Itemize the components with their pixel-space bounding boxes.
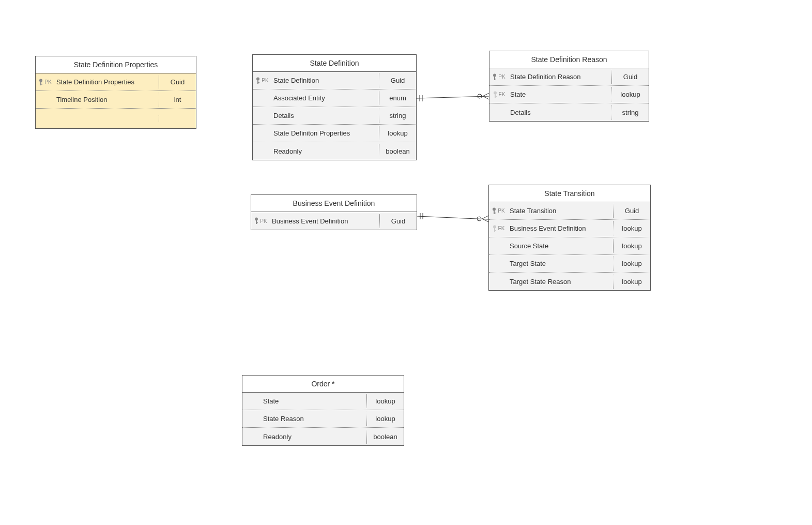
field-name: Readonly — [261, 430, 366, 444]
table-row: Details string — [253, 107, 416, 125]
svg-point-0 — [39, 79, 42, 82]
field-name: Timeline Position — [54, 93, 159, 107]
svg-line-27 — [417, 216, 488, 219]
svg-point-30 — [477, 217, 481, 221]
key-label: PK — [498, 74, 505, 80]
entity-title: State Definition Reason — [489, 51, 649, 68]
field-name: Business Event Definition — [270, 214, 379, 228]
field-name: Source State — [508, 239, 613, 253]
key-label: PK — [262, 78, 268, 83]
table-row: PK State Definition Reason Guid — [489, 68, 649, 86]
entity-body: PK State Definition Properties Guid Time… — [36, 73, 196, 128]
key-icon — [38, 79, 43, 86]
table-row: PK State Transition Guid — [489, 202, 650, 220]
table-row: State Definiton Properties lookup — [253, 125, 416, 142]
svg-line-32 — [482, 219, 488, 222]
field-name: State Definition — [271, 73, 379, 87]
field-type: Guid — [379, 214, 417, 228]
key-icon — [492, 207, 497, 215]
table-row: Source State lookup — [489, 237, 650, 255]
table-row: State Reason lookup — [242, 410, 404, 428]
field-name: Target State Reason — [508, 275, 613, 289]
field-type: enum — [379, 91, 416, 105]
field-name: State Definition Properties — [54, 75, 159, 89]
table-row: FK Business Event Definition lookup — [489, 220, 650, 237]
svg-rect-17 — [494, 213, 496, 214]
key-indicator: PK — [36, 79, 54, 86]
entity-body: PK State Definition Guid Associated Enti… — [253, 72, 416, 160]
svg-line-31 — [482, 216, 488, 219]
relationship-line — [417, 211, 488, 223]
key-icon — [493, 91, 498, 98]
field-name: Details — [271, 109, 379, 123]
entity-body: PK Business Event Definition Guid — [251, 212, 417, 230]
svg-point-12 — [255, 218, 258, 221]
entity-title: State Transition — [489, 185, 650, 202]
key-indicator: FK — [489, 225, 508, 232]
key-icon — [255, 77, 261, 84]
svg-rect-20 — [494, 230, 496, 231]
field-type: lookup — [611, 87, 649, 101]
key-label: PK — [260, 218, 267, 224]
svg-rect-19 — [494, 228, 495, 232]
svg-rect-10 — [495, 94, 496, 98]
table-row: FK State lookup — [489, 86, 649, 103]
field-type: lookup — [379, 126, 416, 140]
entity-body: PK State Transition Guid FK Business Eve… — [489, 202, 650, 290]
svg-rect-14 — [256, 222, 258, 223]
field-type: boolean — [379, 144, 416, 158]
entity-state-def: State Definition PK State Definition Gui… — [252, 54, 417, 160]
field-name: State Definition Reason — [508, 70, 611, 84]
key-icon — [254, 217, 259, 224]
field-name: Target State — [508, 257, 613, 271]
svg-point-18 — [493, 225, 496, 228]
field-type: Guid — [159, 75, 196, 89]
field-type: lookup — [613, 221, 650, 235]
svg-rect-7 — [494, 77, 495, 80]
entity-body: State lookup State Reason lookup Readonl… — [242, 393, 404, 445]
svg-rect-2 — [40, 84, 42, 85]
entity-biz-event-def: Business Event Definition PK Business Ev… — [251, 194, 417, 230]
key-label: PK — [44, 79, 51, 85]
entity-title: State Definition — [253, 55, 416, 72]
svg-rect-16 — [494, 211, 495, 214]
table-row: Target State lookup — [489, 255, 650, 273]
field-type: lookup — [366, 412, 404, 426]
key-indicator: PK — [489, 207, 508, 215]
field-name: State Reason — [261, 412, 366, 426]
entity-order: Order * State lookup State Reason lookup… — [242, 375, 404, 446]
key-indicator: PK — [251, 217, 270, 224]
field-name: State — [508, 87, 611, 101]
field-name: State Definiton Properties — [271, 126, 379, 140]
svg-line-21 — [417, 96, 489, 98]
field-type: string — [611, 106, 649, 119]
svg-point-15 — [493, 207, 496, 211]
svg-rect-13 — [256, 220, 257, 224]
svg-rect-1 — [40, 82, 41, 85]
field-name: Details — [508, 106, 611, 119]
table-row: State lookup — [242, 393, 404, 410]
field-name: Readonly — [271, 144, 379, 158]
table-row: PK State Definition Guid — [253, 72, 416, 89]
key-label: PK — [498, 208, 504, 214]
svg-rect-5 — [257, 82, 259, 83]
field-type: lookup — [613, 275, 650, 289]
key-icon — [492, 73, 497, 81]
key-indicator: PK — [253, 77, 271, 84]
svg-line-26 — [483, 96, 489, 99]
field-name: State Transition — [508, 204, 613, 218]
svg-rect-11 — [495, 96, 497, 97]
field-type: Guid — [379, 73, 416, 87]
table-row: Details string — [489, 103, 649, 121]
key-indicator: FK — [489, 91, 508, 98]
field-type: Guid — [613, 204, 650, 218]
entity-title: Order * — [242, 376, 404, 393]
table-row: Readonly boolean — [242, 428, 404, 445]
key-label: FK — [499, 92, 505, 97]
table-row: Timeline Position int — [36, 91, 196, 109]
field-type: string — [379, 109, 416, 123]
field-type: int — [159, 93, 196, 107]
field-name: State — [261, 394, 366, 408]
field-type: boolean — [366, 430, 404, 444]
table-row: Target State Reason lookup — [489, 273, 650, 290]
